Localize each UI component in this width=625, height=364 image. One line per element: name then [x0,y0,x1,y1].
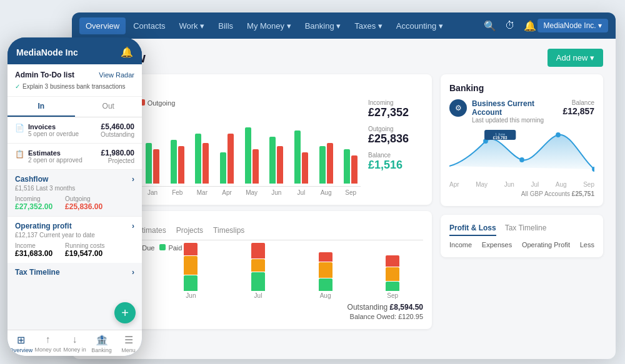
due-bar [251,259,265,272]
invoices-amount: £5,460.00 [101,122,134,131]
mobile-tabs: In Out [8,97,142,117]
x-label-Jul: Jul [531,181,539,188]
cashflow-outgoing-value: £25,836.00 [65,202,102,211]
mobile-tab-out[interactable]: Out [75,97,142,117]
op-income-label: Income [15,242,52,249]
inv-group-Jun: Jun [161,243,222,299]
bar-label-Jun: Jun [266,189,286,196]
mobile-logo: MediaNode Inc [16,47,78,57]
bell-icon[interactable]: 🔔 [524,20,536,32]
money-in-icon: ↓ [72,334,78,345]
operating-profit-title[interactable]: Operating profit› [15,222,134,230]
chart-x-labels: AprMayJunJulAugSep [449,181,594,188]
bank-balance-label: Balance [562,99,594,106]
footer-overview[interactable]: ⊞ Overview [8,334,34,353]
nav-banking[interactable]: Banking ▾ [299,17,348,34]
outgoing-legend: Outgoing [139,99,176,107]
tab-projects[interactable]: Projects [176,226,203,240]
nav-taxes[interactable]: Taxes ▾ [348,17,389,34]
bar-label-Jul: Jul [291,189,311,196]
inv-label-Jun: Jun [186,292,196,299]
menu-icon: ☰ [124,334,133,346]
estimates-sublabel: Projected [101,157,134,164]
banking-icon: 🏦 [96,334,108,346]
nav-contacts[interactable]: Contacts [127,17,171,34]
paid-bar [184,275,198,291]
nav-accounting[interactable]: Accounting ▾ [390,17,449,34]
nav-overview[interactable]: Overview [79,17,126,34]
overdue-bar [251,243,265,258]
outstanding-text: Outstanding £8,594.50 [93,303,423,312]
incoming-bar [344,149,350,184]
paid-bar [319,278,332,291]
nav-work[interactable]: Work ▾ [173,17,211,34]
bar-label-May: May [242,189,262,196]
mobile-estimates-row[interactable]: 📋 Estimates 2 open or approved £1,980.00… [8,144,142,170]
tab-tax-timeline[interactable]: Tax Timeline [505,224,547,236]
x-label-Sep: Sep [583,181,594,188]
estimates-icon: 📋 [15,150,24,159]
view-radar-link[interactable]: View Radar [99,71,134,79]
help-icon[interactable]: ⏱ [505,20,515,31]
mobile-invoices-row[interactable]: 📄 Invoices 5 open or overdue £5,460.00 O… [8,117,142,144]
bar-label-Feb: Feb [168,189,188,196]
bank-sub: Last updated this morning [472,117,558,124]
due-bar [386,267,399,281]
mobile-bell-icon[interactable]: 🔔 [121,46,133,58]
banking-card: Banking ⚙ Business Current Account Last … [441,74,603,206]
cashflow-stats: Incoming £27,352 Outgoing £25,836 Balanc… [361,99,423,196]
bank-name[interactable]: Business Current Account [472,99,558,117]
bar-label-Apr: Apr [217,189,237,196]
outgoing-label: Outgoing [368,125,423,132]
desktop-app: Overview Contacts Work ▾ Bills My Money … [72,12,616,359]
add-new-button[interactable]: Add new ▾ [548,49,603,67]
op-running-label: Running costs [65,242,104,249]
incoming-bar [269,137,276,184]
due-bar [184,256,198,275]
nav-user-menu[interactable]: MediaNode Inc. ▾ [538,19,608,32]
money-out-icon: ↑ [46,334,51,345]
cashflow-incoming-value: £27,352.00 [15,202,52,211]
invoices-label: Invoices [28,123,79,130]
outgoing-bar [351,155,358,184]
tax-timeline-title[interactable]: Tax Timeline› [15,268,134,277]
bank-icon: ⚙ [449,99,467,117]
invoice-icon: 📄 [15,124,24,132]
svg-point-2 [556,132,561,137]
inv-group-Jul: Jul [228,243,289,299]
main-content: Overview Add new ▾ Cashflow Incoming Out… [72,39,616,339]
mobile-tab-in[interactable]: In [8,97,75,117]
cashflow-title: Cashflow [93,83,423,93]
all-accounts: All GBP Accounts £25,751 [449,190,594,197]
incoming-label: Incoming [368,99,423,106]
footer-money-in[interactable]: ↓ Money in [61,334,88,353]
search-icon[interactable]: 🔍 [484,20,496,32]
fab-button[interactable]: + [114,302,136,323]
pl-expenses: Expenses [482,241,512,248]
outgoing-bar [327,143,333,184]
pl-operating-profit: Operating Profit [522,241,570,248]
nav-my-money[interactable]: My Money ▾ [241,17,298,34]
overdue-bar [184,243,198,255]
pl-tabs: Profit & Loss Tax Timeline [449,224,594,236]
invoices-sub: 5 open or overdue [28,130,79,137]
tab-timeslips[interactable]: Timeslips [213,226,244,240]
x-label-Aug: Aug [556,181,567,188]
banking-title: Banking [449,83,594,93]
incoming-bar [171,140,177,184]
outgoing-bar [302,152,308,184]
footer-banking[interactable]: 🏦 Banking [88,334,115,353]
outgoing-bar [228,134,234,184]
cashflow-section-title[interactable]: Cashflow› [15,175,134,184]
page-header: Overview Add new ▾ [84,49,603,67]
tab-profit-loss[interactable]: Profit & Loss [449,224,496,236]
outgoing-bar [178,146,184,184]
balance-value: £1,516 [368,159,423,172]
footer-money-out[interactable]: ↑ Money out [34,334,61,353]
nav-icons: 🔍 ⏱ 🔔 [484,20,536,32]
svg-point-1 [519,157,524,162]
nav-bills[interactable]: Bills [212,17,239,34]
bank-account: ⚙ Business Current Account Last updated … [449,99,594,124]
bank-balance: Balance £12,857 [562,99,594,116]
bank-balance-value: £12,857 [562,106,594,116]
